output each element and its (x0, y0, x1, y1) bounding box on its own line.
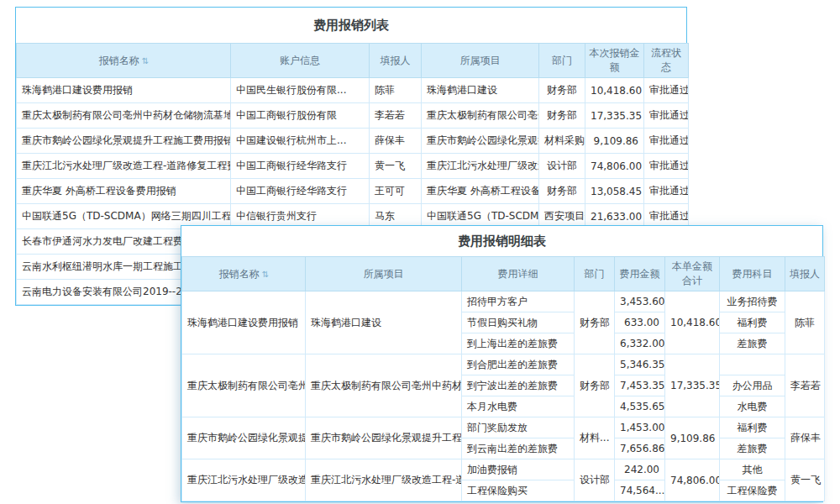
status-link[interactable]: 审批通过 (644, 78, 689, 103)
detail-col-filler: 填报人 (785, 257, 825, 291)
category-cell: 福利费 (720, 312, 785, 333)
project-link[interactable]: 珠海鹤港口建设 (422, 78, 539, 103)
expense-name-link[interactable]: 重庆华夏 外高桥工程设备费用报销 (17, 179, 231, 204)
amount-cell: 9,109.86 (585, 129, 644, 154)
amount-cell: 17,335.35 (585, 103, 644, 129)
table-row: 珠海鹤港口建设费用报销 中国民生银行股份有限... 陈菲 珠海鹤港口建设 财务部… (17, 78, 689, 103)
detail-col-project: 所属项目 (306, 257, 462, 291)
detail-cell: 部门奖励发放 (462, 417, 575, 438)
account-cell: 中国民生银行股份有限... (231, 78, 370, 103)
project-link[interactable]: 珠海鹤港口建设 (306, 291, 462, 354)
expense-name-link[interactable]: 重庆太极制药有限公司亳州中药材仓储物流基地项... (17, 103, 231, 129)
project-link[interactable]: 重庆江北污水处理厂级改造工... (422, 154, 539, 179)
filler-link[interactable]: 李若若 (370, 103, 422, 129)
amount-cell: 3,453.60 (615, 291, 665, 312)
detail-col-name[interactable]: 报销名称⇅ (182, 257, 306, 291)
list-col-name[interactable]: 报销名称⇅ (17, 44, 231, 78)
dept-cell: 设计部 (575, 459, 615, 501)
detail-cell: 到云南出差的差旅费 (462, 438, 575, 459)
list-col-status: 流程状态 (644, 44, 689, 78)
detail-col-dept: 部门 (575, 257, 615, 291)
expense-name-link[interactable]: 珠海鹤港口建设费用报销 (182, 291, 306, 354)
total-cell: 74,806.00 (665, 459, 720, 501)
detail-cell: 加油费报销 (462, 459, 575, 480)
filler-link[interactable]: 薛保丰 (785, 417, 825, 459)
detail-col-total: 本单金额合计 (665, 257, 720, 291)
table-row: 重庆江北污水处理厂级改造工程-道路修复工程费用... 中国工商银行经华路支行 黄… (17, 154, 689, 179)
total-cell: 10,418.60 (665, 291, 720, 354)
table-row: 重庆市鹅岭公园绿化景观提升工程施工费用报销 重庆市鹅岭公园绿化景观提升工程施工 … (182, 417, 825, 438)
expense-name-link[interactable]: 重庆市鹅岭公园绿化景观提升工程施工费用报销 (17, 129, 231, 154)
expense-detail-panel: 费用报销明细表 报销名称⇅ 所属项目 费用详细 部门 费用金额 本单金额合计 费… (181, 225, 823, 502)
dept-cell: 财务部 (539, 103, 585, 129)
category-cell: 差旅费 (720, 438, 785, 459)
table-row: 重庆太极制药有限公司亳州中药材仓储物流基地项目费用报销 重庆太极制药有限公司亳州… (182, 354, 825, 375)
account-cell: 中国工商银行经华路支行 (231, 179, 370, 204)
list-col-dept: 部门 (539, 44, 585, 78)
detail-cell: 到宁波出差的差旅费 (462, 375, 575, 396)
sort-icon[interactable]: ⇅ (142, 56, 148, 66)
amount-cell: 4,535.65 (615, 396, 665, 417)
expense-detail-grid: 报销名称⇅ 所属项目 费用详细 部门 费用金额 本单金额合计 费用科目 填报人 … (181, 256, 825, 501)
expense-name-link[interactable]: 重庆太极制药有限公司亳州中药材仓储物流基地项目费用报销 (182, 354, 306, 417)
amount-cell: 7,656.86 (615, 438, 665, 459)
filler-link[interactable]: 薛保丰 (370, 129, 422, 154)
filler-link[interactable]: 陈菲 (785, 291, 825, 354)
dept-cell: 财务部 (575, 354, 615, 417)
table-row: 重庆市鹅岭公园绿化景观提升工程施工费用报销 中国建设银行杭州市上... 薛保丰 … (17, 129, 689, 154)
list-col-name-label: 报销名称 (99, 55, 139, 66)
expense-name-link[interactable]: 重庆江北污水处理厂级改造工程-道路修复工程费用报销 (182, 459, 306, 501)
project-link[interactable]: 重庆太极制药有限公司亳州中... (422, 103, 539, 129)
category-cell: 福利费 (720, 417, 785, 438)
dept-cell: 设计部 (539, 154, 585, 179)
detail-cell: 到上海出差的差旅费 (462, 333, 575, 354)
filler-link[interactable]: 陈菲 (370, 78, 422, 103)
status-link[interactable]: 审批通过 (644, 129, 689, 154)
detail-col-detail: 费用详细 (462, 257, 575, 291)
account-cell: 中国工商银行经华路支行 (231, 154, 370, 179)
category-cell: 工程保险费 (720, 480, 785, 501)
list-col-project: 所属项目 (422, 44, 539, 78)
detail-cell: 工程保险购买 (462, 480, 575, 501)
list-col-account: 账户信息 (231, 44, 370, 78)
filler-link[interactable]: 黄一飞 (785, 459, 825, 501)
project-link[interactable]: 重庆市鹅岭公园绿化景观提升工程施工 (306, 417, 462, 459)
project-link[interactable]: 重庆太极制药有限公司亳州中药材仓储物流... (306, 354, 462, 417)
amount-cell: 5,346.35 (615, 354, 665, 375)
detail-col-name-label: 报销名称 (219, 268, 260, 280)
account-cell: 中国工商银行股份有限 (231, 103, 370, 129)
category-cell: 业务招待费 (720, 291, 785, 312)
dept-cell: 财务部 (539, 179, 585, 204)
project-link[interactable]: 重庆江北污水处理厂级改造工程-道路修复工... (306, 459, 462, 501)
table-row: 珠海鹤港口建设费用报销 珠海鹤港口建设 招待甲方客户 财务部 3,453.60 … (182, 291, 825, 312)
filler-link[interactable]: 王可可 (370, 179, 422, 204)
sort-icon[interactable]: ⇅ (262, 270, 268, 279)
filler-link[interactable]: 黄一飞 (370, 154, 422, 179)
amount-cell: 10,418.60 (585, 78, 644, 103)
expense-name-link[interactable]: 珠海鹤港口建设费用报销 (17, 78, 231, 103)
status-link[interactable]: 审批通过 (644, 154, 689, 179)
amount-cell: 633.00 (615, 312, 665, 333)
expense-name-link[interactable]: 重庆市鹅岭公园绿化景观提升工程施工费用报销 (182, 417, 306, 459)
category-cell: 其他 (720, 459, 785, 480)
dept-cell: 财务部 (575, 291, 615, 354)
amount-cell: 13,058.45 (585, 179, 644, 204)
dept-cell: 材料... (575, 417, 615, 459)
filler-link[interactable]: 李若若 (785, 354, 825, 417)
expense-name-link[interactable]: 重庆江北污水处理厂级改造工程-道路修复工程费用... (17, 154, 231, 179)
amount-cell: 242.00 (615, 459, 665, 480)
detail-cell: 本月水电费 (462, 396, 575, 417)
table-row: 重庆江北污水处理厂级改造工程-道路修复工程费用报销 重庆江北污水处理厂级改造工程… (182, 459, 825, 480)
category-cell (720, 354, 785, 375)
status-link[interactable]: 审批通过 (644, 103, 689, 129)
project-link[interactable]: 重庆市鹅岭公园绿化景观提升... (422, 129, 539, 154)
list-header-row: 报销名称⇅ 账户信息 填报人 所属项目 部门 本次报销金额 流程状态 (17, 44, 689, 78)
amount-cell: 74,806.00 (585, 154, 644, 179)
status-link[interactable]: 审批通过 (644, 179, 689, 204)
project-link[interactable]: 重庆华夏 外高桥工程设备 (422, 179, 539, 204)
list-col-filler: 填报人 (370, 44, 422, 78)
detail-cell: 招待甲方客户 (462, 291, 575, 312)
category-cell: 差旅费 (720, 333, 785, 354)
list-col-amount: 本次报销金额 (585, 44, 644, 78)
amount-cell: 6,332.00 (615, 333, 665, 354)
